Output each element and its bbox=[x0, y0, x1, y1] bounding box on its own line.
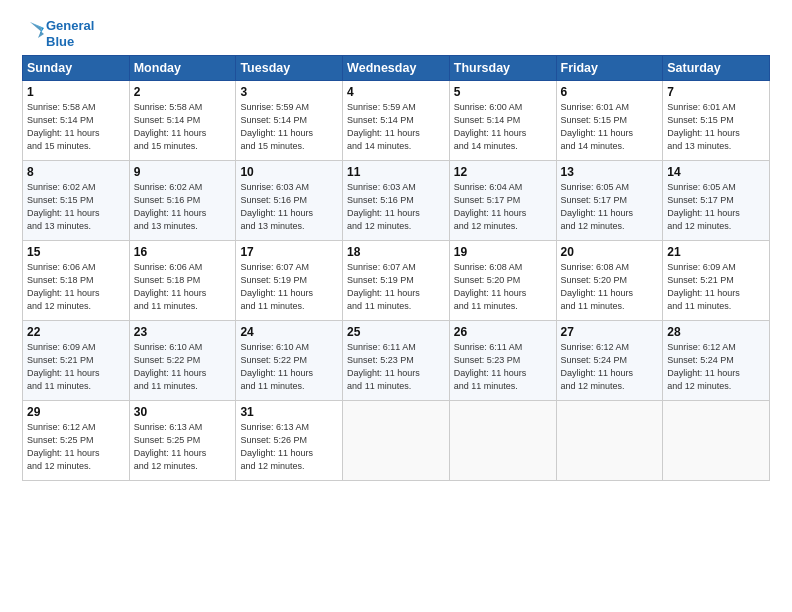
day-cell: 11Sunrise: 6:03 AM Sunset: 5:16 PM Dayli… bbox=[343, 161, 450, 241]
col-header-saturday: Saturday bbox=[663, 56, 770, 81]
day-cell bbox=[343, 401, 450, 481]
day-cell: 9Sunrise: 6:02 AM Sunset: 5:16 PM Daylig… bbox=[129, 161, 236, 241]
day-cell: 15Sunrise: 6:06 AM Sunset: 5:18 PM Dayli… bbox=[23, 241, 130, 321]
day-info: Sunrise: 6:05 AM Sunset: 5:17 PM Dayligh… bbox=[561, 181, 659, 233]
day-info: Sunrise: 6:07 AM Sunset: 5:19 PM Dayligh… bbox=[240, 261, 338, 313]
day-cell: 26Sunrise: 6:11 AM Sunset: 5:23 PM Dayli… bbox=[449, 321, 556, 401]
day-number: 9 bbox=[134, 165, 232, 179]
logo-wrapper: General Blue bbox=[22, 18, 94, 49]
day-info: Sunrise: 6:10 AM Sunset: 5:22 PM Dayligh… bbox=[240, 341, 338, 393]
day-number: 24 bbox=[240, 325, 338, 339]
day-number: 14 bbox=[667, 165, 765, 179]
day-info: Sunrise: 6:09 AM Sunset: 5:21 PM Dayligh… bbox=[667, 261, 765, 313]
day-info: Sunrise: 6:05 AM Sunset: 5:17 PM Dayligh… bbox=[667, 181, 765, 233]
logo-text: General Blue bbox=[46, 18, 94, 49]
day-number: 23 bbox=[134, 325, 232, 339]
col-header-monday: Monday bbox=[129, 56, 236, 81]
day-info: Sunrise: 6:11 AM Sunset: 5:23 PM Dayligh… bbox=[454, 341, 552, 393]
day-number: 2 bbox=[134, 85, 232, 99]
day-cell: 14Sunrise: 6:05 AM Sunset: 5:17 PM Dayli… bbox=[663, 161, 770, 241]
day-info: Sunrise: 6:12 AM Sunset: 5:24 PM Dayligh… bbox=[561, 341, 659, 393]
logo: General Blue bbox=[22, 18, 94, 49]
day-number: 29 bbox=[27, 405, 125, 419]
day-cell: 20Sunrise: 6:08 AM Sunset: 5:20 PM Dayli… bbox=[556, 241, 663, 321]
day-cell: 7Sunrise: 6:01 AM Sunset: 5:15 PM Daylig… bbox=[663, 81, 770, 161]
day-number: 6 bbox=[561, 85, 659, 99]
day-number: 18 bbox=[347, 245, 445, 259]
day-info: Sunrise: 6:06 AM Sunset: 5:18 PM Dayligh… bbox=[27, 261, 125, 313]
day-number: 1 bbox=[27, 85, 125, 99]
day-cell: 13Sunrise: 6:05 AM Sunset: 5:17 PM Dayli… bbox=[556, 161, 663, 241]
day-cell: 21Sunrise: 6:09 AM Sunset: 5:21 PM Dayli… bbox=[663, 241, 770, 321]
col-header-friday: Friday bbox=[556, 56, 663, 81]
day-number: 31 bbox=[240, 405, 338, 419]
page: General Blue SundayMondayTuesdayWednesda… bbox=[0, 0, 792, 612]
day-number: 10 bbox=[240, 165, 338, 179]
calendar-table: SundayMondayTuesdayWednesdayThursdayFrid… bbox=[22, 55, 770, 481]
day-number: 27 bbox=[561, 325, 659, 339]
day-info: Sunrise: 6:00 AM Sunset: 5:14 PM Dayligh… bbox=[454, 101, 552, 153]
day-cell: 5Sunrise: 6:00 AM Sunset: 5:14 PM Daylig… bbox=[449, 81, 556, 161]
week-row-2: 8Sunrise: 6:02 AM Sunset: 5:15 PM Daylig… bbox=[23, 161, 770, 241]
day-number: 8 bbox=[27, 165, 125, 179]
day-cell: 16Sunrise: 6:06 AM Sunset: 5:18 PM Dayli… bbox=[129, 241, 236, 321]
day-number: 11 bbox=[347, 165, 445, 179]
day-number: 26 bbox=[454, 325, 552, 339]
day-info: Sunrise: 6:02 AM Sunset: 5:16 PM Dayligh… bbox=[134, 181, 232, 233]
day-cell: 8Sunrise: 6:02 AM Sunset: 5:15 PM Daylig… bbox=[23, 161, 130, 241]
day-info: Sunrise: 6:03 AM Sunset: 5:16 PM Dayligh… bbox=[347, 181, 445, 233]
day-number: 17 bbox=[240, 245, 338, 259]
day-cell: 23Sunrise: 6:10 AM Sunset: 5:22 PM Dayli… bbox=[129, 321, 236, 401]
day-number: 22 bbox=[27, 325, 125, 339]
day-cell: 6Sunrise: 6:01 AM Sunset: 5:15 PM Daylig… bbox=[556, 81, 663, 161]
day-info: Sunrise: 6:13 AM Sunset: 5:26 PM Dayligh… bbox=[240, 421, 338, 473]
day-info: Sunrise: 6:01 AM Sunset: 5:15 PM Dayligh… bbox=[561, 101, 659, 153]
day-cell bbox=[449, 401, 556, 481]
week-row-3: 15Sunrise: 6:06 AM Sunset: 5:18 PM Dayli… bbox=[23, 241, 770, 321]
col-header-wednesday: Wednesday bbox=[343, 56, 450, 81]
day-cell: 31Sunrise: 6:13 AM Sunset: 5:26 PM Dayli… bbox=[236, 401, 343, 481]
day-cell: 22Sunrise: 6:09 AM Sunset: 5:21 PM Dayli… bbox=[23, 321, 130, 401]
day-number: 16 bbox=[134, 245, 232, 259]
day-info: Sunrise: 6:07 AM Sunset: 5:19 PM Dayligh… bbox=[347, 261, 445, 313]
day-cell: 3Sunrise: 5:59 AM Sunset: 5:14 PM Daylig… bbox=[236, 81, 343, 161]
logo-blue: Blue bbox=[46, 34, 94, 50]
day-number: 7 bbox=[667, 85, 765, 99]
day-info: Sunrise: 6:01 AM Sunset: 5:15 PM Dayligh… bbox=[667, 101, 765, 153]
logo-bird-icon bbox=[22, 20, 44, 48]
day-number: 5 bbox=[454, 85, 552, 99]
day-cell: 10Sunrise: 6:03 AM Sunset: 5:16 PM Dayli… bbox=[236, 161, 343, 241]
day-info: Sunrise: 6:12 AM Sunset: 5:25 PM Dayligh… bbox=[27, 421, 125, 473]
week-row-4: 22Sunrise: 6:09 AM Sunset: 5:21 PM Dayli… bbox=[23, 321, 770, 401]
day-cell: 28Sunrise: 6:12 AM Sunset: 5:24 PM Dayli… bbox=[663, 321, 770, 401]
day-info: Sunrise: 6:10 AM Sunset: 5:22 PM Dayligh… bbox=[134, 341, 232, 393]
day-number: 20 bbox=[561, 245, 659, 259]
day-info: Sunrise: 5:58 AM Sunset: 5:14 PM Dayligh… bbox=[134, 101, 232, 153]
col-header-tuesday: Tuesday bbox=[236, 56, 343, 81]
day-info: Sunrise: 5:58 AM Sunset: 5:14 PM Dayligh… bbox=[27, 101, 125, 153]
day-cell bbox=[556, 401, 663, 481]
day-info: Sunrise: 6:02 AM Sunset: 5:15 PM Dayligh… bbox=[27, 181, 125, 233]
day-number: 13 bbox=[561, 165, 659, 179]
day-info: Sunrise: 6:08 AM Sunset: 5:20 PM Dayligh… bbox=[561, 261, 659, 313]
day-info: Sunrise: 6:12 AM Sunset: 5:24 PM Dayligh… bbox=[667, 341, 765, 393]
calendar-header-row: SundayMondayTuesdayWednesdayThursdayFrid… bbox=[23, 56, 770, 81]
col-header-thursday: Thursday bbox=[449, 56, 556, 81]
logo-general: General bbox=[46, 18, 94, 34]
week-row-1: 1Sunrise: 5:58 AM Sunset: 5:14 PM Daylig… bbox=[23, 81, 770, 161]
day-cell: 2Sunrise: 5:58 AM Sunset: 5:14 PM Daylig… bbox=[129, 81, 236, 161]
day-number: 19 bbox=[454, 245, 552, 259]
day-cell: 27Sunrise: 6:12 AM Sunset: 5:24 PM Dayli… bbox=[556, 321, 663, 401]
day-info: Sunrise: 6:11 AM Sunset: 5:23 PM Dayligh… bbox=[347, 341, 445, 393]
day-cell: 18Sunrise: 6:07 AM Sunset: 5:19 PM Dayli… bbox=[343, 241, 450, 321]
day-number: 21 bbox=[667, 245, 765, 259]
day-cell bbox=[663, 401, 770, 481]
col-header-sunday: Sunday bbox=[23, 56, 130, 81]
day-cell: 19Sunrise: 6:08 AM Sunset: 5:20 PM Dayli… bbox=[449, 241, 556, 321]
day-info: Sunrise: 6:08 AM Sunset: 5:20 PM Dayligh… bbox=[454, 261, 552, 313]
day-number: 15 bbox=[27, 245, 125, 259]
day-info: Sunrise: 6:13 AM Sunset: 5:25 PM Dayligh… bbox=[134, 421, 232, 473]
day-info: Sunrise: 5:59 AM Sunset: 5:14 PM Dayligh… bbox=[347, 101, 445, 153]
day-info: Sunrise: 6:04 AM Sunset: 5:17 PM Dayligh… bbox=[454, 181, 552, 233]
day-info: Sunrise: 5:59 AM Sunset: 5:14 PM Dayligh… bbox=[240, 101, 338, 153]
